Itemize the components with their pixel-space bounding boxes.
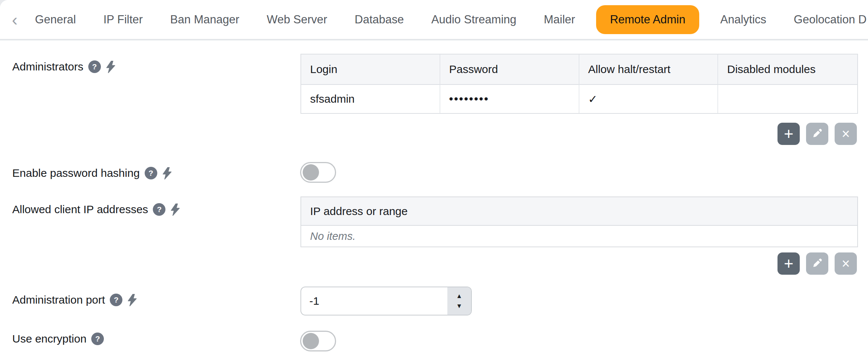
help-icon[interactable]: ? xyxy=(153,203,165,216)
tab-web-server[interactable]: Web Server xyxy=(267,5,327,34)
tab-mailer[interactable]: Mailer xyxy=(544,5,575,34)
add-ip-button[interactable]: + xyxy=(777,252,800,275)
plus-icon: + xyxy=(784,255,793,272)
use-encryption-label-row: Use encryption ? xyxy=(12,333,104,345)
delete-administrator-button[interactable]: × xyxy=(835,123,857,145)
pencil-icon xyxy=(812,128,823,140)
help-icon[interactable]: ? xyxy=(91,333,104,345)
column-header-disabled-modules: Disabled modules xyxy=(718,54,857,85)
allowed-ips-table: IP address or range No items. xyxy=(300,196,858,247)
column-header-password: Password xyxy=(440,54,579,85)
tabs-scroll-left-icon[interactable]: ‹ xyxy=(8,11,21,28)
toggle-knob xyxy=(303,164,319,181)
cell-disabled-modules xyxy=(718,85,857,113)
use-encryption-toggle[interactable] xyxy=(300,331,336,351)
lightning-icon xyxy=(106,61,116,73)
admin-port-label-row: Administration port ? xyxy=(12,294,137,306)
toggle-knob xyxy=(303,333,319,349)
admin-port-label: Administration port xyxy=(12,294,105,306)
cell-login: sfsadmin xyxy=(301,85,440,113)
tab-ban-manager[interactable]: Ban Manager xyxy=(170,5,239,34)
empty-list-message: No items. xyxy=(301,226,857,247)
tab-analytics[interactable]: Analytics xyxy=(720,5,766,34)
number-spinner: ▲ ▼ xyxy=(447,287,471,315)
password-hashing-label: Enable password hashing xyxy=(12,167,140,179)
help-icon[interactable]: ? xyxy=(110,294,122,306)
delete-ip-button[interactable]: × xyxy=(835,252,857,275)
cell-password-masked: •••••••• xyxy=(440,85,579,113)
allowed-ips-label-row: Allowed client IP addresses ? xyxy=(12,203,180,216)
administrators-label-row: Administrators ? xyxy=(12,60,116,73)
close-icon: × xyxy=(842,127,850,141)
administration-port-input[interactable] xyxy=(301,287,447,315)
tab-database[interactable]: Database xyxy=(355,5,404,34)
administrators-table-header: Login Password Allow halt/restart Disabl… xyxy=(301,54,857,85)
administrators-actions: + × xyxy=(777,123,857,145)
lightning-icon xyxy=(162,167,172,179)
column-header-allow-halt-restart: Allow halt/restart xyxy=(579,54,719,85)
checkmark-icon: ✓ xyxy=(588,93,598,106)
allowed-ips-label: Allowed client IP addresses xyxy=(12,203,148,216)
tab-geolocation[interactable]: Geolocation D xyxy=(794,5,867,34)
settings-tab-bar: ‹ General IP Filter Ban Manager Web Serv… xyxy=(0,0,868,40)
password-hashing-toggle[interactable] xyxy=(300,162,336,183)
lightning-icon xyxy=(170,204,180,216)
cell-allow-halt-restart: ✓ xyxy=(579,85,719,113)
use-encryption-label: Use encryption xyxy=(12,333,86,345)
table-row[interactable]: sfsadmin •••••••• ✓ xyxy=(301,85,857,113)
pencil-icon xyxy=(812,258,823,270)
tab-general[interactable]: General xyxy=(35,5,76,34)
administrators-table: Login Password Allow halt/restart Disabl… xyxy=(300,54,858,114)
spinner-up-icon[interactable]: ▲ xyxy=(456,293,463,299)
settings-page: ‹ General IP Filter Ban Manager Web Serv… xyxy=(0,0,868,357)
spinner-down-icon[interactable]: ▼ xyxy=(456,303,463,309)
add-administrator-button[interactable]: + xyxy=(777,123,800,145)
help-icon[interactable]: ? xyxy=(88,60,101,73)
help-icon[interactable]: ? xyxy=(145,167,157,179)
lightning-icon xyxy=(127,294,137,306)
allowed-ips-actions: + × xyxy=(777,252,857,275)
administrators-label: Administrators xyxy=(12,60,83,73)
tab-remote-admin[interactable]: Remote Admin xyxy=(596,5,699,34)
tab-ip-filter[interactable]: IP Filter xyxy=(103,5,143,34)
edit-ip-button[interactable] xyxy=(806,252,828,275)
column-header-login: Login xyxy=(301,54,440,85)
plus-icon: + xyxy=(784,126,793,142)
password-hashing-label-row: Enable password hashing ? xyxy=(12,167,172,179)
tab-audio-streaming[interactable]: Audio Streaming xyxy=(431,5,516,34)
admin-port-field: ▲ ▼ xyxy=(300,287,472,315)
edit-administrator-button[interactable] xyxy=(806,123,828,145)
close-icon: × xyxy=(842,257,850,271)
column-header-ip-range: IP address or range xyxy=(301,197,857,226)
